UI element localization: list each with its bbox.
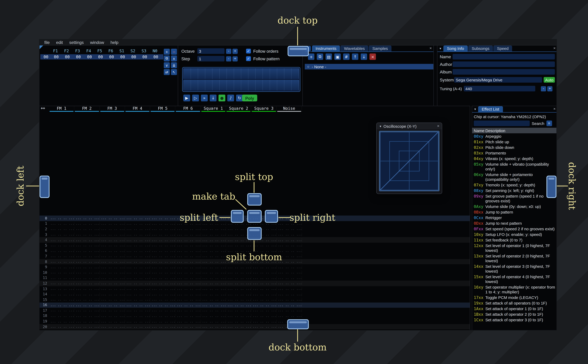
orders-move-up-button[interactable]: ∧ bbox=[171, 55, 177, 61]
oscilloscope-close-button[interactable]: × bbox=[437, 124, 439, 128]
dock-bottom-target[interactable] bbox=[287, 319, 309, 329]
pattern-cell-fm-5[interactable]: ... .. .. .... bbox=[150, 216, 176, 220]
orders-remove-button[interactable]: − bbox=[171, 49, 177, 55]
pattern-cell-fm-5[interactable]: ... .. .. .... bbox=[150, 227, 176, 231]
pattern-cell-fm-1[interactable]: ... .. .. .... bbox=[49, 271, 74, 274]
pattern-cell-fm-5[interactable]: ... .. .. .... bbox=[150, 292, 176, 296]
pattern-cell-square-3[interactable]: ... .. .. .... bbox=[251, 281, 277, 285]
instruments-close-button[interactable]: × bbox=[429, 46, 432, 50]
pattern-cell-fm-6[interactable]: ... .. .. .... bbox=[176, 227, 201, 231]
pattern-cell-noise[interactable]: ... .. .. .... bbox=[277, 244, 302, 247]
channel-header-noise[interactable]: Noise bbox=[277, 106, 302, 112]
pattern-cell-square-3[interactable]: ... .. .. .... bbox=[251, 314, 277, 318]
pattern-cell-fm-4[interactable]: ... .. .. .... bbox=[125, 298, 150, 301]
pattern-cell-fm-4[interactable]: ... .. .. .... bbox=[125, 287, 150, 291]
pattern-cell-square-3[interactable]: ... .. .. .... bbox=[251, 271, 277, 274]
pattern-cell-square-2[interactable]: ... .. .. .... bbox=[226, 298, 251, 301]
pattern-cell-square-3[interactable]: ... .. .. .... bbox=[251, 330, 277, 331]
effect-list-menu-button[interactable]: ≡ bbox=[546, 121, 552, 126]
pattern-cell-fm-1[interactable]: ... .. .. .... bbox=[49, 216, 74, 220]
pattern-cell-fm-1[interactable]: ... .. .. .... bbox=[49, 309, 74, 312]
pattern-cell-fm-6[interactable]: ... .. .. .... bbox=[176, 254, 201, 258]
tab-speed[interactable]: Speed bbox=[494, 46, 512, 52]
pattern-cell-fm-3[interactable]: ... .. .. .... bbox=[100, 216, 125, 220]
pattern-cell-fm-1[interactable]: ... .. .. .... bbox=[49, 227, 74, 231]
pattern-cell-fm-6[interactable]: ... .. .. .... bbox=[176, 287, 201, 291]
pattern-cell-square-3[interactable]: ... .. .. .... bbox=[251, 319, 277, 323]
pattern-cell-fm-4[interactable]: ... .. .. .... bbox=[125, 265, 150, 269]
pattern-cell-square-3[interactable]: ... .. .. .... bbox=[251, 303, 277, 307]
pattern-cell-fm-1[interactable]: ... .. .. .... bbox=[49, 292, 74, 296]
pattern-cell-fm-1[interactable]: ... .. .. .... bbox=[49, 222, 74, 226]
name-field[interactable] bbox=[453, 54, 555, 59]
pattern-cell-square-1[interactable]: ... .. .. .... bbox=[201, 314, 226, 318]
pattern-cell-fm-5[interactable]: ... .. .. .... bbox=[150, 254, 176, 258]
pattern-cell-fm-3[interactable]: ... .. .. .... bbox=[100, 244, 125, 247]
tab-instruments[interactable]: Instruments bbox=[312, 46, 340, 52]
pattern-cell-fm-6[interactable]: ... .. .. .... bbox=[176, 330, 201, 331]
collapse-icon[interactable]: ▼ bbox=[439, 47, 442, 50]
tab-samples[interactable]: Samples bbox=[369, 46, 391, 52]
orders-row[interactable]: 0000000000000000000000 bbox=[40, 54, 163, 59]
pattern-cell-square-3[interactable]: ... .. .. .... bbox=[251, 276, 277, 280]
pattern-cell-fm-3[interactable]: ... .. .. .... bbox=[100, 233, 125, 236]
pattern-cell-fm-2[interactable]: ... .. .. .... bbox=[74, 254, 100, 258]
menu-window[interactable]: window bbox=[87, 40, 107, 45]
pattern-cell-fm-1[interactable]: ... .. .. .... bbox=[49, 287, 74, 291]
pattern-cell-fm-6[interactable]: ... .. .. .... bbox=[176, 271, 201, 274]
pattern-cell-fm-4[interactable]: ... .. .. .... bbox=[125, 309, 150, 312]
transport-metronome-button[interactable]: ♪ bbox=[227, 95, 234, 101]
author-field[interactable] bbox=[453, 61, 555, 67]
pattern-cell-fm-3[interactable]: ... .. .. .... bbox=[100, 265, 125, 269]
pattern-cell-fm-6[interactable]: ... .. .. .... bbox=[176, 309, 201, 312]
pattern-cell-square-1[interactable]: ... .. .. .... bbox=[201, 276, 226, 280]
order-cell-f3[interactable]: 00 bbox=[73, 55, 84, 59]
pattern-cell-square-1[interactable]: ... .. .. .... bbox=[201, 254, 226, 258]
pattern-cell-fm-2[interactable]: ... .. .. .... bbox=[74, 314, 100, 318]
pattern-cell-fm-1[interactable]: ... .. .. .... bbox=[49, 254, 74, 258]
pattern-cell-square-1[interactable]: ... .. .. .... bbox=[201, 319, 226, 323]
pattern-cell-square-2[interactable]: ... .. .. .... bbox=[226, 281, 251, 285]
pattern-cell-fm-3[interactable]: ... .. .. .... bbox=[100, 309, 125, 312]
pattern-cell-fm-6[interactable]: ... .. .. .... bbox=[176, 303, 201, 307]
pattern-cell-fm-2[interactable]: ... .. .. .... bbox=[74, 233, 100, 236]
instruments-delete-button[interactable]: × bbox=[370, 53, 376, 60]
pattern-cell-fm-4[interactable]: ... .. .. .... bbox=[125, 281, 150, 285]
pattern-cell-fm-3[interactable]: ... .. .. .... bbox=[100, 260, 125, 263]
transport-play-button[interactable]: ▶ bbox=[183, 95, 190, 101]
pattern-cell-fm-5[interactable]: ... .. .. .... bbox=[150, 303, 176, 307]
pattern-cell-fm-2[interactable]: ... .. .. .... bbox=[74, 271, 100, 274]
pattern-cell-fm-5[interactable]: ... .. .. .... bbox=[150, 260, 176, 263]
tab-subsongs[interactable]: Subsongs bbox=[468, 46, 493, 52]
pattern-cell-fm-2[interactable]: ... .. .. .... bbox=[74, 238, 100, 242]
menu-help[interactable]: help bbox=[107, 40, 122, 45]
pattern-cell-fm-1[interactable]: ... .. .. .... bbox=[49, 319, 74, 323]
menu-edit[interactable]: edit bbox=[53, 40, 66, 45]
pattern-cell-fm-3[interactable]: ... .. .. .... bbox=[100, 292, 125, 296]
transport-step-down-button[interactable]: ↓ bbox=[210, 95, 217, 101]
pattern-cell-fm-1[interactable]: ... .. .. .... bbox=[49, 303, 74, 307]
pattern-cell-fm-6[interactable]: ... .. .. .... bbox=[176, 260, 201, 263]
pattern-cell-fm-5[interactable]: ... .. .. .... bbox=[150, 298, 176, 301]
pattern-cell-fm-5[interactable]: ... .. .. .... bbox=[150, 309, 176, 312]
pattern-cell-fm-4[interactable]: ... .. .. .... bbox=[125, 238, 150, 242]
pattern-cell-fm-2[interactable]: ... .. .. .... bbox=[74, 298, 100, 301]
order-cell-s3[interactable]: 00 bbox=[139, 55, 150, 59]
pattern-cell-fm-5[interactable]: ... .. .. .... bbox=[150, 249, 176, 253]
pattern-cell-fm-3[interactable]: ... .. .. .... bbox=[100, 281, 125, 285]
pattern-cell-fm-5[interactable]: ... .. .. .... bbox=[150, 233, 176, 236]
channel-header-square-3[interactable]: Square 3 bbox=[251, 106, 277, 112]
pattern-cell-square-3[interactable]: ... .. .. .... bbox=[251, 244, 277, 247]
pattern-cell-square-2[interactable]: ... .. .. .... bbox=[226, 287, 251, 291]
pattern-cell-fm-6[interactable]: ... .. .. .... bbox=[176, 292, 201, 296]
pattern-cell-fm-2[interactable]: ... .. .. .... bbox=[74, 325, 100, 329]
pattern-cell-square-2[interactable]: ... .. .. .... bbox=[226, 292, 251, 296]
octave-increase-button[interactable]: + bbox=[232, 49, 238, 54]
order-cell-f1[interactable]: 00 bbox=[51, 55, 62, 59]
orders-duplicate-to-end-button[interactable]: ⇊ bbox=[171, 62, 177, 68]
pattern-cell-noise[interactable]: ... .. .. .... bbox=[277, 265, 302, 269]
pattern-cell-fm-5[interactable]: ... .. .. .... bbox=[150, 244, 176, 247]
pattern-cell-fm-1[interactable]: ... .. .. .... bbox=[49, 238, 74, 242]
pattern-cell-square-1[interactable]: ... .. .. .... bbox=[201, 249, 226, 253]
order-cell-n0[interactable]: 00 bbox=[150, 55, 161, 59]
